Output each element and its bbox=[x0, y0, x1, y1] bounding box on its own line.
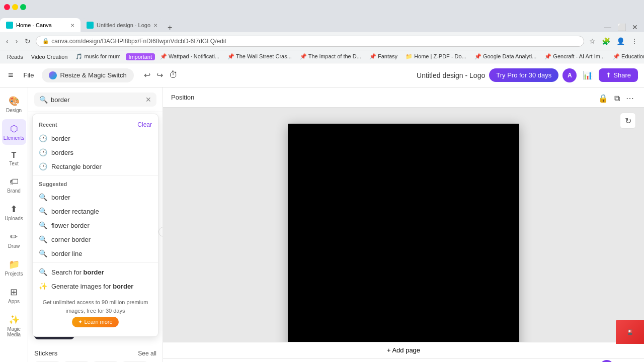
try-pro-button[interactable]: Try Pro for 30 days bbox=[489, 68, 558, 82]
canvas-top-buttons: 🔒 ⧉ ⋯ bbox=[596, 92, 636, 105]
sidebar-uploads-label: Uploads bbox=[5, 216, 23, 221]
sidebar-item-uploads[interactable]: ⬆ Uploads bbox=[2, 200, 26, 225]
window-close-btn[interactable] bbox=[4, 4, 10, 10]
window-close-button[interactable]: ✕ bbox=[630, 22, 640, 32]
suggested-border-rectangle[interactable]: 🔍 border rectangle bbox=[33, 204, 158, 218]
bookmark-impact[interactable]: 📌 The impact of the D... bbox=[297, 53, 364, 60]
text-icon: T bbox=[12, 151, 17, 160]
toolbar-right: Untitled design - Logo Try Pro for 30 da… bbox=[417, 68, 638, 82]
generate-border-item[interactable]: ✨ Generate images for border bbox=[33, 279, 158, 293]
search-input[interactable] bbox=[51, 96, 142, 104]
browser-toolbar: ‹ › ↻ 🔒 canva.com/design/DAGHPl8bpx/FnDt… bbox=[0, 32, 644, 50]
sidebar-item-draw[interactable]: ✏ Draw bbox=[2, 227, 26, 253]
analytics-button[interactable]: 📊 bbox=[581, 68, 595, 82]
more-button[interactable]: ⋮ bbox=[629, 36, 640, 46]
recent-item-border[interactable]: 🕐 border bbox=[33, 131, 158, 145]
profile-button[interactable]: 👤 bbox=[614, 36, 627, 46]
clear-recent-button[interactable]: Clear bbox=[137, 121, 152, 128]
window-minimize-button[interactable]: — bbox=[602, 22, 613, 32]
recent-rectangle-border-text: Rectangle border bbox=[51, 163, 102, 170]
file-button[interactable]: File bbox=[20, 69, 38, 81]
bookmark-music[interactable]: 🎵 music for mum bbox=[72, 53, 123, 60]
bookmark-wsj[interactable]: 📌 The Wall Street Cras... bbox=[224, 53, 295, 60]
tab-home-canva[interactable]: Home - Canva ✕ bbox=[0, 18, 80, 32]
forward-button[interactable]: › bbox=[14, 36, 20, 46]
window-restore-button[interactable]: ⬜ bbox=[615, 22, 628, 32]
bookmark-important[interactable]: Important bbox=[126, 53, 155, 60]
tab-close-home[interactable]: ✕ bbox=[70, 23, 74, 28]
tab-favicon-canva bbox=[6, 22, 13, 29]
position-label: Position bbox=[171, 94, 194, 101]
copy-button[interactable]: ⧉ bbox=[612, 92, 622, 105]
tab-bar: Home - Canva ✕ Untitled design - Logo ✕ … bbox=[0, 14, 644, 32]
clock-icon-3: 🕐 bbox=[39, 162, 47, 170]
search-clear-button[interactable]: ✕ bbox=[145, 96, 151, 104]
hamburger-button[interactable]: ≡ bbox=[6, 68, 16, 82]
sidebar-item-text[interactable]: T Text bbox=[2, 147, 26, 170]
suggested-border-text: border bbox=[51, 194, 70, 201]
sidebar-item-brand[interactable]: 🏷 Brand bbox=[2, 172, 26, 198]
tab-close-design[interactable]: ✕ bbox=[153, 23, 157, 28]
dropdown-divider-2 bbox=[33, 262, 158, 263]
suggested-border[interactable]: 🔍 border bbox=[33, 190, 158, 204]
window-min-btn[interactable] bbox=[12, 4, 18, 10]
brand-icon: 🏷 bbox=[10, 176, 19, 187]
tab-untitled-design[interactable]: Untitled design - Logo ✕ bbox=[80, 18, 164, 32]
address-text: canva.com/design/DAGHPl8bpx/FnDt68wpnVdc… bbox=[51, 38, 226, 45]
address-bar[interactable]: 🔒 canva.com/design/DAGHPl8bpx/FnDt68wpnV… bbox=[36, 36, 584, 47]
share-button[interactable]: ⬆ Share bbox=[599, 68, 638, 82]
toolbar-mid: ↩ ↪ ⏱ bbox=[142, 68, 180, 82]
panel-collapse-handle[interactable]: ‹ bbox=[158, 227, 163, 237]
apps-icon: ⊞ bbox=[10, 287, 18, 298]
suggested-border-line[interactable]: 🔍 border line bbox=[33, 246, 158, 260]
extension-button[interactable]: 🧩 bbox=[600, 36, 612, 46]
bookmark-zpdf[interactable]: 📁 Home | Z-PDF - Do... bbox=[403, 53, 469, 60]
clock-icon-1: 🕐 bbox=[39, 134, 47, 142]
timer-button[interactable]: ⏱ bbox=[167, 68, 180, 82]
bookmark-google-data[interactable]: 📌 Google Data Analyti... bbox=[471, 53, 539, 60]
suggested-section: Suggested bbox=[33, 178, 158, 190]
new-tab-button[interactable]: + bbox=[164, 23, 176, 32]
magic-switch-button[interactable]: Resize & Magic Switch bbox=[42, 68, 133, 82]
window-max-btn[interactable] bbox=[20, 4, 26, 10]
sidebar-item-magic-media[interactable]: ✨ Magic Media bbox=[2, 310, 26, 341]
canvas-design[interactable] bbox=[288, 124, 519, 360]
bookmark-fantasy[interactable]: 📌 Fantasy bbox=[366, 53, 400, 60]
reload-button[interactable]: ↻ bbox=[23, 36, 33, 46]
bookmark-education[interactable]: 📌 Education bbox=[610, 53, 644, 60]
lock-button[interactable]: 🔒 bbox=[596, 92, 610, 105]
recent-item-borders[interactable]: 🕐 borders bbox=[33, 145, 158, 159]
recent-item-rectangle-border[interactable]: 🕐 Rectangle border bbox=[33, 159, 158, 173]
sidebar-item-projects[interactable]: 📁 Projects bbox=[2, 255, 26, 281]
sidebar-item-design[interactable]: 🎨 Design bbox=[2, 92, 26, 117]
refresh-button[interactable]: ↻ bbox=[620, 113, 636, 129]
canvas-wrapper[interactable] bbox=[163, 108, 644, 362]
bookmark-video[interactable]: Video Creation bbox=[28, 53, 71, 60]
redo-button[interactable]: ↪ bbox=[154, 68, 165, 82]
promo-text: Get unlimited access to 90 million premi… bbox=[39, 298, 152, 315]
magic-media-icon: ✨ bbox=[9, 314, 20, 325]
bookmark-gencraft[interactable]: 📌 Gencraft - AI Art Im... bbox=[541, 53, 608, 60]
learn-more-button[interactable]: ✦ Learn more bbox=[72, 317, 118, 327]
suggested-corner-border[interactable]: 🔍 corner border bbox=[33, 232, 158, 246]
sidebar-projects-label: Projects bbox=[5, 271, 23, 277]
see-all-stickers-button[interactable]: See all bbox=[138, 350, 156, 357]
more-options-button[interactable]: ⋯ bbox=[624, 92, 636, 105]
bookmark-wattpad[interactable]: 📌 Wattpad · Notificati... bbox=[157, 53, 222, 60]
user-avatar[interactable]: A bbox=[562, 68, 577, 82]
search-icon-2: 🔍 bbox=[39, 207, 47, 215]
stickers-header: Stickers See all bbox=[32, 347, 158, 359]
suggested-flower-border[interactable]: 🔍 flower border bbox=[33, 218, 158, 232]
tab-favicon-design bbox=[87, 22, 94, 29]
bookmark-button[interactable]: ☆ bbox=[587, 36, 598, 46]
main-content: 🎨 Design ⬡ Elements T Text 🏷 Brand ⬆ Upl… bbox=[0, 87, 644, 362]
back-button[interactable]: ‹ bbox=[4, 36, 11, 46]
design-icon: 🎨 bbox=[9, 96, 20, 107]
bookmark-reads[interactable]: Reads bbox=[4, 53, 26, 60]
add-page-bar[interactable]: + Add page bbox=[163, 342, 644, 358]
undo-button[interactable]: ↩ bbox=[142, 68, 152, 82]
sidebar-item-apps[interactable]: ⊞ Apps bbox=[2, 283, 26, 308]
search-box: 🔍 ✕ bbox=[34, 93, 156, 107]
sidebar-item-elements[interactable]: ⬡ Elements bbox=[2, 119, 26, 145]
search-for-border-item[interactable]: 🔍 Search for border bbox=[33, 265, 158, 279]
